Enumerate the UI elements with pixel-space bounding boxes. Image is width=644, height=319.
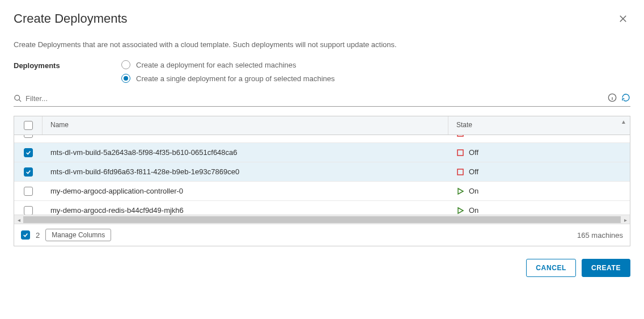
table-row[interactable]: my-demo-argocd-application-controller-0O…: [14, 182, 630, 201]
total-machines: 165 machines: [577, 231, 623, 240]
machines-table: Name State ▲: [14, 116, 630, 246]
dialog-title: Create Deployments: [14, 11, 128, 26]
table-row[interactable]: my-demo-argocd-redis-b44cf9d49-mjkh6On: [14, 201, 630, 215]
cancel-button[interactable]: CANCEL: [526, 259, 576, 277]
svg-rect-4: [457, 169, 463, 175]
radio-each-machine[interactable]: Create a deployment for each selected ma…: [121, 60, 334, 69]
play-icon: [456, 187, 464, 195]
close-button[interactable]: [616, 11, 630, 28]
row-checkbox[interactable]: [24, 187, 33, 196]
deployment-label: Deployments: [14, 60, 121, 83]
sort-indicator-icon: ▲: [621, 119, 626, 125]
select-all-checkbox[interactable]: [24, 121, 33, 130]
row-state: Off: [469, 148, 478, 157]
play-icon: [456, 207, 464, 215]
info-icon: [608, 93, 617, 102]
radio-label: Create a single deployment for a group o…: [136, 74, 334, 83]
row-name: mts-dl-vm-build-6fd96a63-f811-428e-b9eb-…: [43, 163, 448, 181]
radio-icon: [121, 74, 130, 83]
row-name: my-demo-argocd-application-controller-0: [43, 182, 448, 200]
table-row[interactable]: mts-dl-vm-build-5a2643a8-5f98-4f35-b610-…: [14, 143, 630, 162]
stop-icon: [456, 168, 464, 176]
deployment-radio-group: Deployments Create a deployment for each…: [14, 60, 630, 83]
dialog-actions: CANCEL CREATE: [14, 259, 630, 277]
row-checkbox[interactable]: [24, 206, 33, 215]
selected-count: 2: [36, 231, 40, 240]
search-icon: [14, 94, 22, 103]
table-footer: 2 Manage Columns 165 machines: [14, 224, 630, 246]
dialog-header: Create Deployments: [14, 11, 630, 28]
row-name: mts-dl-vm-build-5a2643a8-5f98-4f35-b610-…: [43, 144, 448, 161]
column-state-header[interactable]: State: [448, 116, 630, 135]
filter-bar: [14, 91, 630, 107]
close-icon: [618, 14, 628, 24]
column-name-header[interactable]: Name: [43, 116, 448, 135]
selection-summary-checkbox[interactable]: [21, 230, 30, 240]
table-header: Name State ▲: [14, 116, 630, 135]
scroll-left-icon[interactable]: ◂: [14, 215, 23, 224]
stop-icon: [456, 135, 464, 137]
svg-rect-3: [457, 150, 463, 156]
stop-icon: [456, 149, 464, 157]
radio-single-group[interactable]: Create a single deployment for a group o…: [121, 74, 334, 83]
table-row[interactable]: mts-dl-vm-build-6fd96a63-f811-428e-b9eb-…: [14, 162, 630, 182]
horizontal-scrollbar[interactable]: ◂ ▸: [14, 215, 630, 224]
table-row: [14, 135, 630, 143]
row-name: my-demo-argocd-redis-b44cf9d49-mjkh6: [43, 202, 448, 215]
refresh-icon: [621, 93, 630, 102]
scroll-right-icon[interactable]: ▸: [621, 215, 630, 224]
row-state: [469, 135, 471, 137]
filter-input[interactable]: [26, 93, 599, 104]
scrollbar-thumb[interactable]: [23, 216, 621, 223]
manage-columns-button[interactable]: Manage Columns: [45, 229, 111, 241]
row-checkbox[interactable]: [24, 135, 33, 138]
svg-rect-2: [457, 135, 463, 136]
row-name: [43, 135, 448, 142]
row-checkbox[interactable]: [24, 167, 33, 177]
row-checkbox[interactable]: [24, 148, 33, 157]
svg-point-0: [15, 95, 20, 100]
info-button[interactable]: [608, 93, 617, 104]
dialog-subtitle: Create Deployments that are not associat…: [14, 40, 630, 49]
radio-icon: [121, 60, 130, 69]
refresh-button[interactable]: [621, 93, 630, 104]
row-state: On: [469, 187, 478, 195]
table-body[interactable]: mts-dl-vm-build-5a2643a8-5f98-4f35-b610-…: [14, 135, 630, 215]
row-state: Off: [469, 167, 478, 176]
create-button[interactable]: CREATE: [582, 259, 630, 277]
row-state: On: [469, 206, 478, 215]
radio-label: Create a deployment for each selected ma…: [136, 61, 296, 69]
create-deployments-dialog: Create Deployments Create Deployments th…: [0, 0, 644, 319]
